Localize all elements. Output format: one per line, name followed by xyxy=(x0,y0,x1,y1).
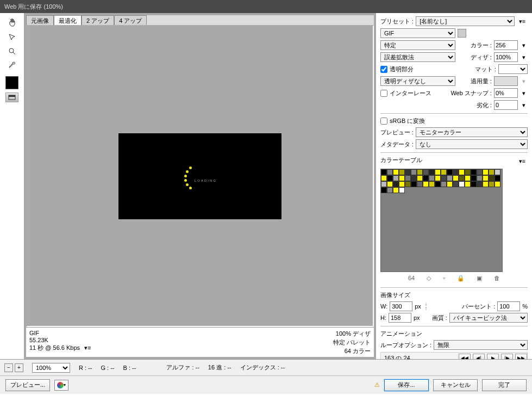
color-swatch[interactable] xyxy=(381,169,387,175)
color-swatch[interactable] xyxy=(447,169,453,175)
preset-menu-icon[interactable]: ▾≡ xyxy=(517,18,528,25)
color-swatch[interactable] xyxy=(441,181,447,187)
metadata-select[interactable]: なし xyxy=(416,139,528,149)
browser-preview-icon[interactable]: ▾ xyxy=(54,380,68,391)
color-swatch[interactable] xyxy=(477,175,483,181)
color-swatch[interactable] xyxy=(393,181,399,187)
color-swatch[interactable] xyxy=(405,169,411,175)
color-swatch[interactable] xyxy=(387,187,393,193)
color-swatch[interactable] xyxy=(393,169,399,175)
color-swatch[interactable] xyxy=(465,181,471,187)
eyedropper-tool-icon[interactable] xyxy=(5,60,19,71)
color-swatch[interactable] xyxy=(423,181,429,187)
color-swatch[interactable] xyxy=(471,181,477,187)
color-swatch[interactable] xyxy=(423,169,429,175)
eyedropper-color-swatch[interactable] xyxy=(5,76,18,89)
tab-optimized[interactable]: 最適化 xyxy=(54,15,82,25)
trans-dither-select[interactable]: 透明ディザなし xyxy=(380,76,455,86)
width-input[interactable] xyxy=(390,301,412,311)
loop-select[interactable]: 無限 xyxy=(434,340,528,350)
color-swatch[interactable] xyxy=(417,169,423,175)
anim-first-button[interactable]: ◀◀ xyxy=(459,354,471,359)
color-swatch[interactable] xyxy=(399,181,405,187)
zoom-in-button[interactable]: + xyxy=(15,363,23,372)
tab-4up[interactable]: 4 アップ xyxy=(114,15,147,25)
color-swatch[interactable] xyxy=(435,175,441,181)
save-button[interactable]: 保存... xyxy=(384,379,429,391)
colors-stepper-icon[interactable]: ▾ xyxy=(520,42,528,49)
color-swatch[interactable] xyxy=(393,187,399,193)
color-swatch[interactable] xyxy=(417,175,423,181)
dither-alg-select[interactable]: 誤差拡散法 xyxy=(380,52,455,62)
color-swatch[interactable] xyxy=(495,181,500,187)
color-swatch[interactable] xyxy=(405,175,411,181)
color-swatch[interactable] xyxy=(483,169,489,175)
color-swatch[interactable] xyxy=(447,175,453,181)
color-swatch[interactable] xyxy=(459,169,465,175)
zoom-out-button[interactable]: − xyxy=(4,363,13,372)
color-swatch[interactable] xyxy=(411,175,417,181)
color-swatch[interactable] xyxy=(399,175,405,181)
color-swatch[interactable] xyxy=(453,181,459,187)
color-swatch[interactable] xyxy=(435,169,441,175)
color-swatch[interactable] xyxy=(429,175,435,181)
color-swatch[interactable] xyxy=(495,175,500,181)
anim-prev-button[interactable]: ◀| xyxy=(473,354,485,359)
anim-play-button[interactable]: ▶ xyxy=(487,354,499,359)
color-swatch[interactable] xyxy=(489,175,495,181)
color-swatch[interactable] xyxy=(405,181,411,187)
color-swatch[interactable] xyxy=(399,187,405,193)
quality-select[interactable]: バイキュービック法 xyxy=(449,313,528,323)
color-swatch[interactable] xyxy=(453,169,459,175)
color-swatch[interactable] xyxy=(429,169,435,175)
lossy-stepper-icon[interactable]: ▾ xyxy=(520,102,528,109)
preview-profile-select[interactable]: モニターカラー xyxy=(416,127,528,137)
canvas-area[interactable]: LOADING xyxy=(26,25,374,327)
percent-input[interactable] xyxy=(497,301,520,311)
ct-new-icon[interactable]: ▣ xyxy=(477,275,482,282)
color-swatch[interactable] xyxy=(441,175,447,181)
done-button[interactable]: 完了 xyxy=(482,379,527,391)
ct-lock-icon[interactable]: 🔒 xyxy=(457,275,465,282)
hand-tool-icon[interactable] xyxy=(5,17,19,28)
color-swatch[interactable] xyxy=(411,169,417,175)
color-swatch[interactable] xyxy=(381,187,387,193)
color-swatch[interactable] xyxy=(387,169,393,175)
color-swatch[interactable] xyxy=(381,175,387,181)
color-swatch[interactable] xyxy=(393,175,399,181)
timing-menu-icon[interactable]: ▾≡ xyxy=(82,344,93,351)
color-swatch[interactable] xyxy=(417,181,423,187)
optimize-menu-icon[interactable] xyxy=(458,29,466,38)
websnap-input[interactable] xyxy=(494,88,518,98)
cancel-button[interactable]: キャンセル xyxy=(433,379,478,391)
ct-snap-icon[interactable]: ◇ xyxy=(427,275,431,282)
reduction-select[interactable]: 特定 xyxy=(380,40,455,50)
color-swatch[interactable] xyxy=(477,169,483,175)
tab-original[interactable]: 元画像 xyxy=(26,15,54,25)
colors-input[interactable] xyxy=(494,40,518,50)
slice-tool-icon[interactable] xyxy=(5,32,19,42)
color-swatch[interactable] xyxy=(471,175,477,181)
color-swatch[interactable] xyxy=(483,175,489,181)
dither-stepper-icon[interactable]: ▾ xyxy=(520,54,528,61)
zoom-select[interactable]: 100% xyxy=(32,363,70,373)
color-swatch[interactable] xyxy=(453,175,459,181)
color-swatch[interactable] xyxy=(411,181,417,187)
anim-next-button[interactable]: |▶ xyxy=(501,354,513,359)
preview-button[interactable]: プレビュー... xyxy=(5,379,50,391)
color-swatch[interactable] xyxy=(387,181,393,187)
color-swatch[interactable] xyxy=(441,169,447,175)
color-swatch[interactable] xyxy=(459,175,465,181)
tab-2up[interactable]: 2 アップ xyxy=(82,15,114,25)
link-icon[interactable] xyxy=(423,303,429,310)
dither-input[interactable] xyxy=(494,52,518,62)
transparency-checkbox[interactable] xyxy=(380,66,387,73)
color-swatch[interactable] xyxy=(381,181,387,187)
ct-delete-icon[interactable]: 🗑 xyxy=(494,275,500,281)
color-swatch[interactable] xyxy=(489,169,495,175)
color-swatch[interactable] xyxy=(465,175,471,181)
color-swatch[interactable] xyxy=(477,181,483,187)
color-swatch[interactable] xyxy=(495,169,500,175)
websnap-stepper-icon[interactable]: ▾ xyxy=(520,90,528,97)
anim-last-button[interactable]: ▶▶ xyxy=(515,354,527,359)
